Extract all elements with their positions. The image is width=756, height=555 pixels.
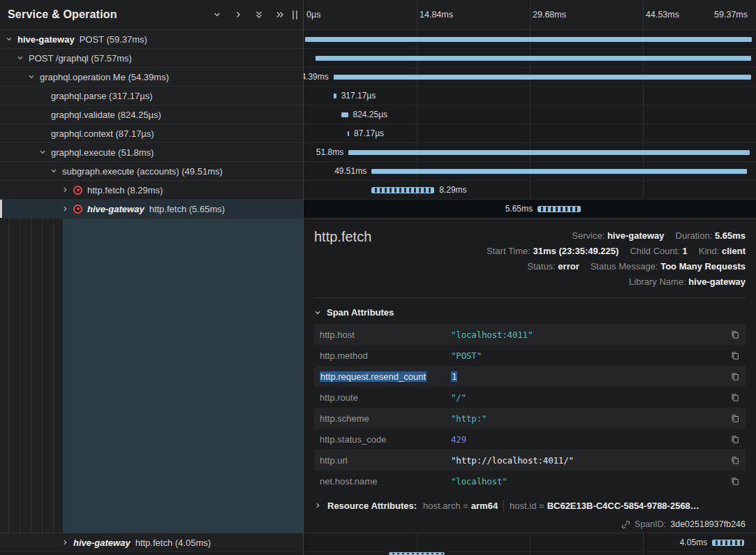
span-duration-bar[interactable] <box>305 37 752 42</box>
collapse-chevron-icon[interactable] <box>39 149 46 156</box>
span-timeline-row[interactable]: 824.25µs <box>304 105 756 124</box>
copy-icon[interactable] <box>730 330 740 340</box>
span-duration-bar[interactable] <box>348 131 349 136</box>
span-tree-row[interactable]: hive-gatewayhttp.fetch (5.65ms) <box>0 200 303 219</box>
span-id-label: SpanID: <box>635 519 666 529</box>
operation-label: graphql.execute (51.8ms) <box>51 147 154 158</box>
divider <box>503 500 504 511</box>
span-timeline-row[interactable]: 54.39ms <box>304 68 756 87</box>
attribute-row: http.scheme"http:" <box>314 408 746 429</box>
double-chevron-down-icon[interactable] <box>255 10 263 19</box>
span-tree-row[interactable]: graphql.operation Me (54.39ms) <box>0 68 303 87</box>
operation-label: subgraph.execute (accounts) (49.51ms) <box>62 166 223 177</box>
attribute-key: http.route <box>320 392 451 403</box>
operation-label: graphql.parse (317.17µs) <box>51 91 153 101</box>
copy-icon[interactable] <box>730 371 740 382</box>
span-timeline-row[interactable]: 8.29ms <box>304 181 756 200</box>
indent-guides <box>0 219 63 533</box>
expand-chevron-icon[interactable] <box>61 539 68 546</box>
span-tree-row[interactable]: POST /graphql (57.57ms) <box>0 49 303 68</box>
meta-key: Service: <box>572 230 607 241</box>
span-duration-bar[interactable] <box>389 552 445 555</box>
span-duration-label: 51.8ms <box>316 147 343 157</box>
collapse-chevron-icon[interactable] <box>17 54 24 61</box>
collapse-chevron-icon[interactable] <box>6 36 13 43</box>
copy-icon[interactable] <box>730 392 740 403</box>
span-meta: Service: hive-gatewayDuration: 5.65msSta… <box>487 228 746 290</box>
span-tree-row[interactable]: graphql.validate (824.25µs) <box>0 105 303 124</box>
copy-icon[interactable] <box>730 434 740 445</box>
span-tree-row[interactable]: hive-gatewayhttp.fetch (4.05ms) <box>0 533 303 552</box>
operation-label: graphql.context (87.17µs) <box>51 128 154 139</box>
span-duration-bar[interactable] <box>712 540 744 546</box>
tree-overflow-strip <box>0 552 303 555</box>
resource-attributes-row[interactable]: Resource Attributes: host.arch = arm64ho… <box>314 500 746 511</box>
ruler-tick: 29.68ms <box>533 10 566 20</box>
expand-chevron-icon[interactable] <box>61 186 68 193</box>
span-duration-bar[interactable] <box>371 187 434 193</box>
divider <box>0 533 756 533</box>
span-tree-row[interactable]: http.fetch (8.29ms) <box>0 181 303 200</box>
attribute-key: http.request.resend_count <box>320 371 451 382</box>
panel-title: Service & Operation <box>8 8 117 21</box>
span-tree-row[interactable]: hive-gatewayPOST (59.37ms) <box>0 30 303 49</box>
meta-key: Library Name: <box>629 276 688 287</box>
link-icon[interactable] <box>621 520 630 529</box>
span-attributes-table: http.host"localhost:4011"http.method"POS… <box>314 324 746 491</box>
span-timeline-row[interactable] <box>304 30 756 49</box>
double-chevron-right-icon[interactable] <box>276 10 284 19</box>
collapse-chevron-icon[interactable] <box>28 73 35 80</box>
ruler-tick: 0µs <box>306 10 320 20</box>
span-duration-bar[interactable] <box>348 150 750 155</box>
span-timeline-row[interactable]: 4.05ms <box>304 533 756 552</box>
span-duration-label: 54.39ms <box>304 72 329 82</box>
expand-chevron-icon[interactable] <box>61 205 68 212</box>
attribute-key: net.host.name <box>320 476 451 487</box>
meta-key: Status Message: <box>591 261 660 272</box>
span-timeline-row[interactable]: 317.17µs <box>304 87 756 105</box>
span-tree-row[interactable]: graphql.parse (317.17µs) <box>0 87 303 105</box>
meta-value: Too Many Requests <box>660 261 746 272</box>
attribute-value: "localhost" <box>451 476 730 487</box>
span-duration-label: 8.29ms <box>439 185 466 195</box>
meta-value: error <box>558 261 579 272</box>
operation-label: http.fetch (5.65ms) <box>149 204 225 214</box>
chevron-right-icon[interactable] <box>234 10 242 19</box>
span-duration-bar[interactable] <box>341 112 348 117</box>
span-tree-row[interactable]: graphql.execute (51.8ms) <box>0 143 303 162</box>
span-meta-pair: Duration: 5.65ms <box>676 230 746 241</box>
span-duration-bar[interactable] <box>538 206 581 212</box>
span-tree-row[interactable]: graphql.context (87.17µs) <box>0 124 303 143</box>
span-timeline-row[interactable]: 5.65ms <box>304 200 756 219</box>
attribute-row: http.status_code429 <box>314 429 746 450</box>
attribute-key: http.scheme <box>320 413 451 424</box>
attribute-row: http.route"/" <box>314 387 746 408</box>
copy-icon[interactable] <box>730 413 740 424</box>
attribute-value: "http:" <box>451 413 730 424</box>
span-duration-bar[interactable] <box>334 94 336 98</box>
copy-icon[interactable] <box>730 455 740 466</box>
span-duration-bar[interactable] <box>316 56 751 61</box>
span-meta-pair: Child Count: 1 <box>630 246 687 256</box>
span-tree-bottom: hive-gatewayhttp.fetch (4.05ms) <box>0 533 303 552</box>
span-timeline-row[interactable]: 87.17µs <box>304 124 756 143</box>
chevron-down-icon[interactable] <box>213 10 221 19</box>
error-dot-icon <box>77 188 80 191</box>
error-dot-icon <box>77 207 80 210</box>
column-resizer-handle[interactable] <box>292 10 297 20</box>
span-timeline-row[interactable] <box>304 49 756 68</box>
attribute-row: http.host"localhost:4011" <box>314 324 746 345</box>
span-duration-bar[interactable] <box>334 75 751 80</box>
attribute-value: 429 <box>451 434 730 445</box>
span-duration-bar[interactable] <box>371 169 747 174</box>
collapse-chevron-icon[interactable] <box>50 168 57 175</box>
span-tree-row[interactable]: subgraph.execute (accounts) (49.51ms) <box>0 162 303 181</box>
span-timeline-row[interactable]: 49.51ms <box>304 162 756 181</box>
span-attributes-toggle[interactable]: Span Attributes <box>314 307 394 318</box>
copy-icon[interactable] <box>730 476 740 487</box>
selected-text: http.request.resend_count <box>320 371 427 382</box>
service-operation-header: Service & Operation <box>0 0 303 30</box>
meta-key: Child Count: <box>630 246 682 256</box>
span-timeline-row[interactable]: 51.8ms <box>304 143 756 162</box>
copy-icon[interactable] <box>730 350 740 361</box>
